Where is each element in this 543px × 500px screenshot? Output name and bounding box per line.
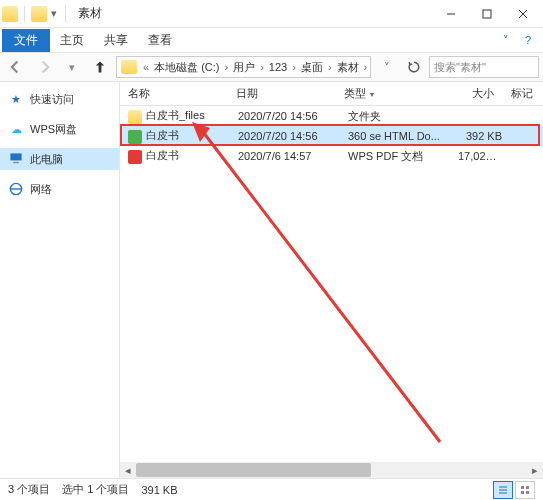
share-tab[interactable]: 共享	[94, 29, 138, 52]
recent-dropdown-icon[interactable]: ▾	[60, 55, 84, 79]
file-type: 360 se HTML Do...	[340, 130, 450, 142]
window-title: 素材	[78, 5, 102, 22]
up-button[interactable]	[88, 55, 112, 79]
search-placeholder: 搜索"素材"	[434, 60, 486, 75]
file-type: WPS PDF 文档	[340, 149, 450, 164]
svg-line-8	[200, 128, 440, 442]
address-bar: ▾ « 本地磁盘 (C:) › 用户 › 123 › 桌面 › 素材 › ˅ 搜…	[0, 52, 543, 82]
cloud-icon: ☁	[8, 121, 24, 137]
sidebar-item-label: 快速访问	[30, 92, 74, 107]
ribbon-collapse-icon[interactable]: ˅	[497, 34, 515, 47]
sidebar-item-label: 此电脑	[30, 152, 63, 167]
view-details-button[interactable]	[493, 481, 513, 499]
svg-rect-5	[13, 162, 19, 163]
column-name[interactable]: 名称	[120, 86, 228, 101]
qat-dropdown-icon[interactable]: ▾	[49, 7, 59, 20]
file-list-pane: 名称 日期 类型 大小 标记 白皮书_files 2020/7/20 14:56…	[120, 82, 543, 478]
chevron-right-icon[interactable]: «	[141, 61, 151, 73]
column-type[interactable]: 类型	[336, 86, 444, 101]
column-headers: 名称 日期 类型 大小 标记	[120, 82, 543, 106]
minimize-button[interactable]	[433, 0, 469, 28]
content-area: ★ 快速访问 ☁ WPS网盘 此电脑 网络 名称 日期 类型 大小 标记 白	[0, 82, 543, 478]
chevron-right-icon: ›	[290, 61, 298, 73]
svg-rect-13	[521, 486, 524, 489]
horizontal-scrollbar[interactable]: ◂ ▸	[120, 462, 543, 478]
svg-rect-4	[10, 153, 21, 160]
breadcrumb-segment[interactable]: 素材	[334, 60, 362, 75]
table-row[interactable]: 白皮书 2020/7/6 14:57 WPS PDF 文档 17,024 KB	[120, 146, 543, 166]
file-date: 2020/7/20 14:56	[230, 110, 340, 122]
chevron-right-icon: ›	[362, 61, 370, 73]
scroll-left-icon[interactable]: ◂	[120, 462, 136, 478]
view-icons-button[interactable]	[515, 481, 535, 499]
pdf-icon	[128, 150, 142, 164]
chevron-right-icon: ›	[223, 61, 231, 73]
titlebar: ▾ 素材	[0, 0, 543, 28]
back-button[interactable]	[4, 55, 28, 79]
refresh-button[interactable]	[403, 56, 425, 78]
star-icon: ★	[8, 91, 24, 107]
table-row[interactable]: 白皮书_files 2020/7/20 14:56 文件夹	[120, 106, 543, 126]
folder-icon	[128, 110, 142, 124]
table-row[interactable]: 白皮书 2020/7/20 14:56 360 se HTML Do... 39…	[120, 126, 543, 146]
network-icon	[8, 181, 24, 197]
breadcrumb-segment[interactable]: 用户	[230, 60, 258, 75]
html-icon	[128, 130, 142, 144]
sidebar-item-label: 网络	[30, 182, 52, 197]
home-tab[interactable]: 主页	[50, 29, 94, 52]
file-date: 2020/7/6 14:57	[230, 150, 340, 162]
column-tag[interactable]: 标记	[503, 86, 543, 101]
folder-icon	[2, 6, 18, 22]
status-selection-size: 391 KB	[141, 484, 177, 496]
sidebar-item-label: WPS网盘	[30, 122, 77, 137]
folder-icon	[121, 60, 137, 74]
sidebar-item-network[interactable]: 网络	[0, 178, 119, 200]
breadcrumb-segment[interactable]: 桌面	[298, 60, 326, 75]
chevron-right-icon: ›	[326, 61, 334, 73]
breadcrumb-segment[interactable]: 本地磁盘 (C:)	[151, 60, 222, 75]
breadcrumb-dropdown-icon[interactable]: ˅	[375, 55, 399, 79]
nav-sidebar: ★ 快速访问 ☁ WPS网盘 此电脑 网络	[0, 82, 120, 478]
file-type: 文件夹	[340, 109, 450, 124]
ribbon-tabs: 文件 主页 共享 查看 ˅ ?	[0, 28, 543, 52]
file-size: 17,024 KB	[450, 150, 510, 162]
forward-button[interactable]	[32, 55, 56, 79]
file-size: 392 KB	[450, 130, 510, 142]
sidebar-item-this-pc[interactable]: 此电脑	[0, 148, 119, 170]
quick-access-toolbar: ▾	[2, 6, 70, 22]
file-date: 2020/7/20 14:56	[230, 130, 340, 142]
search-input[interactable]: 搜索"素材"	[429, 56, 539, 78]
file-name: 白皮书	[146, 149, 179, 161]
scroll-thumb[interactable]	[136, 463, 371, 477]
help-icon[interactable]: ?	[515, 34, 541, 46]
file-rows: 白皮书_files 2020/7/20 14:56 文件夹 白皮书 2020/7…	[120, 106, 543, 166]
svg-rect-1	[483, 10, 491, 18]
sidebar-item-wps[interactable]: ☁ WPS网盘	[0, 118, 119, 140]
pc-icon	[8, 151, 24, 167]
view-tab[interactable]: 查看	[138, 29, 182, 52]
svg-rect-16	[526, 491, 529, 494]
file-name: 白皮书	[146, 129, 179, 141]
status-item-count: 3 个项目	[8, 482, 50, 497]
file-name: 白皮书_files	[146, 109, 205, 121]
annotation-arrow	[190, 122, 450, 452]
column-date[interactable]: 日期	[228, 86, 336, 101]
status-selection: 选中 1 个项目	[62, 482, 129, 497]
close-button[interactable]	[505, 0, 541, 28]
file-tab[interactable]: 文件	[2, 29, 50, 52]
chevron-right-icon: ›	[258, 61, 266, 73]
column-size[interactable]: 大小	[444, 86, 503, 101]
breadcrumb-segment[interactable]: 123	[266, 61, 290, 73]
scroll-right-icon[interactable]: ▸	[527, 462, 543, 478]
sidebar-item-quick-access[interactable]: ★ 快速访问	[0, 88, 119, 110]
folder-icon	[31, 6, 47, 22]
status-bar: 3 个项目 选中 1 个项目 391 KB	[0, 478, 543, 500]
svg-rect-14	[526, 486, 529, 489]
svg-rect-15	[521, 491, 524, 494]
maximize-button[interactable]	[469, 0, 505, 28]
breadcrumb[interactable]: « 本地磁盘 (C:) › 用户 › 123 › 桌面 › 素材 ›	[116, 56, 371, 78]
